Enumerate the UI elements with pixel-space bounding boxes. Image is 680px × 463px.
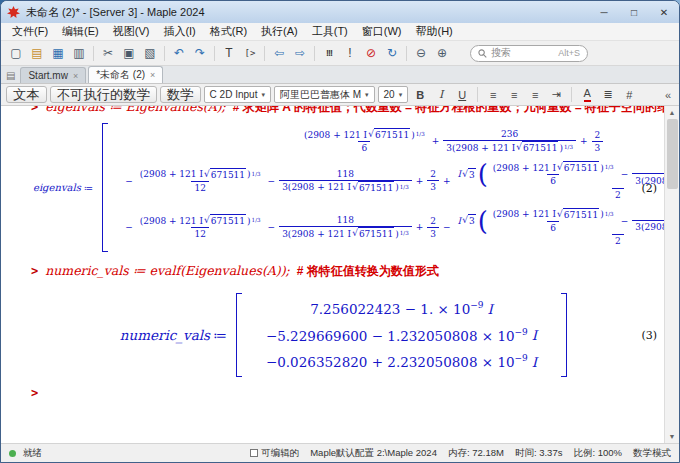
italic-button[interactable]: I bbox=[432, 86, 450, 103]
exponent: 1/3 bbox=[400, 230, 409, 238]
exponent: 1/3 bbox=[252, 217, 261, 225]
bullet-list-icon[interactable]: ≣ bbox=[599, 86, 617, 103]
empty-input-line[interactable]: > bbox=[31, 386, 664, 400]
navigate-back-icon[interactable]: ⇦ bbox=[269, 43, 289, 63]
eigenvalue-prefix: −(2908 + 121 I√671511)1/312−1183(2908 + … bbox=[122, 214, 440, 240]
chevron-down-icon: ▾ bbox=[261, 91, 265, 99]
tall-fraction: I√3((2908 + 121 I√671511)1/36−2363(2908 … bbox=[455, 161, 664, 200]
zoom-in-icon[interactable]: ⊕ bbox=[432, 43, 452, 63]
font-size-dropdown[interactable]: 20 ▾ bbox=[378, 86, 409, 103]
statusbar: 就绪 可编辑的 Maple默认配置 2:\Maple 2024 内存: 72.1… bbox=[1, 443, 679, 462]
undo-icon[interactable]: ↶ bbox=[169, 43, 189, 63]
format-toolbar: 文本 不可执行的数学 数学 C 2D Input ▾ 阿里巴巴普惠体 M ▾ 2… bbox=[1, 84, 679, 106]
open-file-icon[interactable]: ▤ bbox=[27, 43, 47, 63]
restart-kernel-icon[interactable]: ↻ bbox=[382, 43, 402, 63]
scroll-down-icon[interactable]: ▼ bbox=[669, 430, 676, 443]
worksheet-document[interactable]: > eigenvals ≔ Eigenvalues(A); # 求矩阵 A 的特… bbox=[1, 106, 664, 443]
minimize-button[interactable]: ─ bbox=[589, 1, 619, 23]
exponent: 1/3 bbox=[605, 211, 614, 219]
big-paren-open: ( bbox=[478, 161, 488, 187]
redo-icon[interactable]: ↷ bbox=[190, 43, 210, 63]
new-document-icon[interactable]: ▢ bbox=[6, 43, 26, 63]
insert-text-icon[interactable]: T bbox=[219, 43, 239, 63]
style-dropdown[interactable]: C 2D Input ▾ bbox=[204, 86, 271, 103]
radical-base: 2908 + 121 I bbox=[496, 208, 556, 220]
imaginary-term: I√3((2908 + 121 I√671511)1/36−2363(2908 … bbox=[454, 161, 664, 200]
navigate-forward-icon[interactable]: ⇨ bbox=[290, 43, 310, 63]
interrupt-icon[interactable]: ⊘ bbox=[361, 43, 381, 63]
insert-maple-input-icon[interactable]: [> bbox=[240, 43, 260, 63]
paste-icon[interactable]: ▧ bbox=[140, 43, 160, 63]
sqrt-expression: √671511 bbox=[516, 141, 558, 154]
exponent: −9 bbox=[515, 353, 528, 363]
menu-insert[interactable]: 插入(I) bbox=[156, 23, 202, 40]
fraction: 23 bbox=[427, 168, 439, 193]
menu-file[interactable]: 文件(F) bbox=[5, 23, 55, 40]
print-icon[interactable]: ▥ bbox=[69, 43, 89, 63]
bold-button[interactable]: B bbox=[411, 86, 429, 103]
align-center-icon[interactable]: ≡ bbox=[505, 86, 523, 103]
execute-all-icon[interactable]: !!! bbox=[319, 43, 339, 63]
underline-button[interactable]: U bbox=[453, 86, 471, 103]
maple-prompt: > bbox=[31, 106, 38, 114]
nonexecutable-math-button[interactable]: 不可执行的数学 bbox=[50, 86, 157, 103]
radical-base: 2908 + 121 I bbox=[307, 129, 367, 141]
close-tab-icon[interactable]: × bbox=[73, 71, 78, 81]
menu-view[interactable]: 视图(V) bbox=[106, 23, 157, 40]
numbered-list-icon[interactable]: # bbox=[620, 86, 638, 103]
maple-input-line[interactable]: > numeric_vals ≔ evalf(Eigenvalues(A)); … bbox=[31, 263, 664, 280]
menu-format[interactable]: 格式(R) bbox=[203, 23, 254, 40]
align-right-icon[interactable]: ≡ bbox=[526, 86, 544, 103]
radicand: 671511 bbox=[210, 214, 246, 227]
text-mode-button[interactable]: 文本 bbox=[6, 86, 47, 103]
radical-expression: (2908 + 121 I√671511)1/3 bbox=[304, 128, 425, 141]
sqrt-expression: √671511 bbox=[557, 208, 599, 221]
menu-tools[interactable]: 工具(T) bbox=[305, 23, 355, 40]
exponent: 1/3 bbox=[605, 164, 614, 172]
close-button[interactable]: ✕ bbox=[649, 1, 679, 23]
tab-list-icon[interactable]: ▤ bbox=[4, 70, 18, 83]
radicand: 671511 bbox=[563, 161, 599, 174]
radical-base: 2908 + 121 I bbox=[143, 215, 203, 227]
maximize-button[interactable]: □ bbox=[619, 1, 649, 23]
scroll-up-icon[interactable]: ▲ bbox=[669, 106, 676, 119]
math-mode-button[interactable]: 数学 bbox=[160, 86, 201, 103]
vertical-scrollbar[interactable]: ▲ ▼ bbox=[664, 106, 679, 443]
fraction: (2908 + 121 I√671511)1/36 bbox=[301, 128, 428, 154]
equation-label-3: (3) bbox=[641, 328, 657, 341]
save-icon[interactable]: ▦ bbox=[48, 43, 68, 63]
indent-icon[interactable]: ⇥ bbox=[547, 86, 565, 103]
tall-fraction: I√3((2908 + 121 I√671511)1/36−2363(2908 … bbox=[455, 208, 664, 247]
font-dropdown[interactable]: 阿里巴巴普惠体 M ▾ bbox=[274, 86, 375, 103]
sqrt-expression: √671511 bbox=[368, 128, 410, 141]
collapse-toolbar-icon[interactable]: « bbox=[665, 89, 674, 101]
cut-icon[interactable]: ✂ bbox=[98, 43, 118, 63]
zoom-out-icon[interactable]: ⊖ bbox=[411, 43, 431, 63]
input-mode: 数学模式 bbox=[633, 447, 671, 460]
radical-expression: (2908 + 121 I√671511)1/3 bbox=[493, 161, 614, 174]
paren-close: ) bbox=[600, 162, 604, 174]
align-left-icon[interactable]: ≡ bbox=[484, 86, 502, 103]
clipped-code: eigenvals ≔ Eigenvalues(A); bbox=[45, 106, 226, 114]
font-color-icon[interactable]: A bbox=[584, 87, 591, 101]
radicand: 671511 bbox=[563, 208, 599, 221]
titlebar[interactable]: 未命名 (2)* - [Server 3] - Maple 2024 ─ □ ✕ bbox=[1, 1, 679, 23]
eigenvalue-entry-2: −(2908 + 121 I√671511)1/312−1183(2908 + … bbox=[122, 161, 664, 200]
radical-expression: (2908 + 121 I√671511)1/3 bbox=[288, 181, 409, 194]
menu-window[interactable]: 窗口(W) bbox=[355, 23, 409, 40]
exponent: −9 bbox=[470, 300, 483, 310]
exponent: 1/3 bbox=[564, 144, 573, 152]
tabbar: ▤ Start.mw × *未命名 (2) × bbox=[1, 66, 679, 84]
editable-toggle[interactable]: 可编辑的 bbox=[250, 447, 299, 460]
search-input[interactable]: 搜索 Alt+S bbox=[470, 45, 588, 62]
menu-edit[interactable]: 编辑(E) bbox=[55, 23, 106, 40]
scrollbar-thumb[interactable] bbox=[667, 119, 678, 189]
tab-startmw[interactable]: Start.mw × bbox=[20, 67, 86, 83]
menu-evaluate[interactable]: 执行(A) bbox=[254, 23, 305, 40]
tab-untitled-2[interactable]: *未命名 (2) × bbox=[88, 66, 163, 83]
execute-icon[interactable]: ! bbox=[340, 43, 360, 63]
close-tab-icon[interactable]: × bbox=[150, 70, 155, 80]
copy-icon[interactable]: ▣ bbox=[119, 43, 139, 63]
right-bracket bbox=[561, 293, 567, 377]
menu-help[interactable]: 帮助(H) bbox=[409, 23, 460, 40]
